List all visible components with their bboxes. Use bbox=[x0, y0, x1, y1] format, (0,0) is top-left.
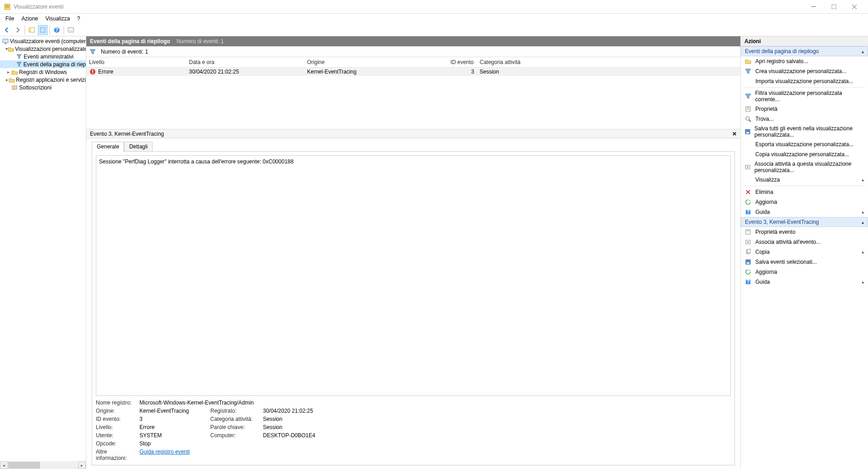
scroll-right-button[interactable]: ▸ bbox=[78, 461, 86, 469]
action-attach-task[interactable]: Associa attività a questa visualizzazion… bbox=[741, 159, 868, 175]
action-label: Associa attività all'evento... bbox=[755, 239, 821, 245]
app-icon bbox=[4, 3, 11, 10]
actions-section-event[interactable]: Evento 3, Kernel-EventTracing ▴ bbox=[741, 217, 868, 227]
detail-title: Evento 3, Kernel-EventTracing bbox=[90, 131, 164, 137]
svg-point-28 bbox=[747, 166, 749, 168]
action-import-view[interactable]: Importa visualizzazione personalizzata..… bbox=[741, 76, 868, 86]
action-create-view[interactable]: Crea visualizzazione personalizzata... bbox=[741, 66, 868, 76]
actions-section-view[interactable]: Eventi della pagina di riepilogo ▴ bbox=[741, 46, 868, 56]
svg-rect-33 bbox=[746, 230, 750, 234]
forward-button[interactable] bbox=[13, 25, 23, 35]
action-save-all[interactable]: Salva tutti gli eventi nella visualizzaz… bbox=[741, 124, 868, 139]
minimize-button[interactable] bbox=[803, 0, 823, 14]
menu-action[interactable]: Azione bbox=[18, 15, 42, 23]
action-event-props[interactable]: Proprietà evento bbox=[741, 227, 868, 237]
preview-pane-button[interactable] bbox=[66, 25, 76, 35]
show-hide-tree-button[interactable] bbox=[27, 25, 37, 35]
svg-rect-14 bbox=[3, 39, 8, 43]
tree-scrollbar[interactable]: ◂ ▸ bbox=[0, 461, 86, 469]
close-detail-button[interactable]: ✕ bbox=[732, 131, 737, 137]
collapse-icon[interactable]: ▴ bbox=[862, 49, 864, 54]
event-row[interactable]: Errore 30/04/2020 21:02:25 Kernel-EventT… bbox=[86, 68, 740, 76]
action-refresh-event[interactable]: Aggiorna bbox=[741, 267, 868, 277]
detail-pane: Evento 3, Kernel-EventTracing ✕ Generale… bbox=[86, 129, 740, 469]
refresh-icon bbox=[744, 268, 752, 276]
action-copy[interactable]: Copia▸ bbox=[741, 247, 868, 257]
tree-windows-logs[interactable]: ▸ Registri di Windows bbox=[0, 68, 86, 76]
tree-summary-events[interactable]: Eventi della pagina di riep bbox=[0, 60, 86, 68]
action-copy-view[interactable]: Copia visualizzazione personalizzata... bbox=[741, 149, 868, 159]
toolbar-separator bbox=[25, 25, 25, 35]
maximize-button[interactable] bbox=[823, 0, 844, 14]
action-refresh[interactable]: Aggiorna bbox=[741, 197, 868, 207]
lbl-more-info: Altre informazioni: bbox=[96, 449, 137, 461]
action-label: Guida bbox=[755, 209, 770, 215]
action-help[interactable]: ?Guida▸ bbox=[741, 207, 868, 217]
detail-tabs: Generale Dettagli bbox=[86, 138, 740, 151]
action-view[interactable]: Visualizza▸ bbox=[741, 175, 868, 185]
val-level: Errore bbox=[139, 424, 208, 430]
action-filter-view[interactable]: Filtra visualizzazione personalizzata co… bbox=[741, 89, 868, 104]
svg-rect-26 bbox=[746, 132, 749, 133]
action-open-saved[interactable]: Apri registro salvato... bbox=[741, 56, 868, 66]
lbl-event-id: ID evento: bbox=[96, 416, 137, 422]
action-find[interactable]: Trova... bbox=[741, 114, 868, 124]
column-source[interactable]: Origine bbox=[304, 58, 445, 67]
column-category[interactable]: Categoria attività bbox=[477, 58, 559, 67]
task-icon bbox=[744, 163, 751, 171]
help-button[interactable]: ? bbox=[52, 25, 62, 35]
svg-rect-22 bbox=[747, 109, 749, 109]
tree-app-services[interactable]: ▸ Registri applicazioni e servizi bbox=[0, 76, 86, 84]
scroll-thumb[interactable] bbox=[8, 462, 40, 469]
action-properties[interactable]: Proprietà bbox=[741, 104, 868, 114]
svg-rect-4 bbox=[832, 5, 836, 9]
tree-admin-events[interactable]: Eventi amministrativi bbox=[0, 53, 86, 60]
folder-open-icon bbox=[744, 58, 752, 65]
action-label: Guida bbox=[755, 279, 770, 285]
action-label: Proprietà evento bbox=[755, 229, 795, 235]
actions-pane: Azioni Eventi della pagina di riepilogo … bbox=[741, 36, 868, 469]
toolbar-separator bbox=[64, 25, 64, 35]
action-export-view[interactable]: Esporta visualizzazione personalizzata..… bbox=[741, 139, 868, 149]
help-link[interactable]: Guida registro eventi bbox=[139, 449, 190, 455]
expand-icon[interactable]: ▸ bbox=[5, 69, 11, 74]
blank-icon bbox=[744, 151, 752, 158]
close-button[interactable] bbox=[844, 0, 864, 14]
column-id[interactable]: ID evento bbox=[445, 58, 477, 67]
val-opcode: Stop bbox=[139, 440, 208, 447]
tab-details[interactable]: Dettagli bbox=[124, 142, 153, 152]
menu-help[interactable]: ? bbox=[74, 15, 84, 23]
cell-level: Errore bbox=[98, 69, 113, 75]
action-delete[interactable]: Elimina bbox=[741, 187, 868, 197]
filter-icon bbox=[744, 68, 752, 75]
action-label: Proprietà bbox=[755, 106, 778, 112]
lbl-computer: Computer: bbox=[210, 432, 260, 439]
action-attach-event[interactable]: Associa attività all'evento... bbox=[741, 237, 868, 247]
center-title: Eventi della pagina di riepilogo bbox=[90, 38, 170, 44]
tree-custom-views[interactable]: ▾ Visualizzazioni personalizzate bbox=[0, 45, 86, 53]
svg-rect-21 bbox=[747, 108, 749, 108]
val-event-id: 3 bbox=[139, 416, 208, 422]
tree-root[interactable]: Visualizzatore eventi (computer bbox=[0, 37, 86, 45]
tree-subscriptions[interactable]: Sottoscrizioni bbox=[0, 84, 86, 91]
val-source: Kernel-EventTracing bbox=[139, 408, 208, 414]
properties-button[interactable] bbox=[38, 25, 48, 35]
back-button[interactable] bbox=[2, 25, 12, 35]
action-save-selected[interactable]: Salva eventi selezionati... bbox=[741, 257, 868, 267]
column-date[interactable]: Data e ora bbox=[186, 58, 304, 67]
tree-label: Registri di Windows bbox=[19, 69, 67, 75]
cell-id: 3 bbox=[445, 68, 477, 75]
menu-file[interactable]: File bbox=[2, 15, 18, 23]
action-help-event[interactable]: ?Guida▸ bbox=[741, 277, 868, 287]
tab-general[interactable]: Generale bbox=[92, 142, 124, 152]
expand-icon[interactable]: ▸ bbox=[5, 77, 9, 82]
svg-point-36 bbox=[747, 241, 749, 243]
column-level[interactable]: Livello bbox=[86, 58, 186, 67]
val-computer: DESKTOP-D0BO1E4 bbox=[263, 432, 336, 439]
menu-view[interactable]: Visualizza bbox=[42, 15, 74, 23]
scroll-left-button[interactable]: ◂ bbox=[0, 461, 8, 469]
event-properties: Nome registro: Microsoft-Windows-Kernel-… bbox=[96, 400, 731, 461]
tree-label: Visualizzazioni personalizzate bbox=[15, 46, 86, 52]
window-title: Visualizzatore eventi bbox=[14, 4, 803, 10]
collapse-icon[interactable]: ▴ bbox=[862, 220, 864, 225]
